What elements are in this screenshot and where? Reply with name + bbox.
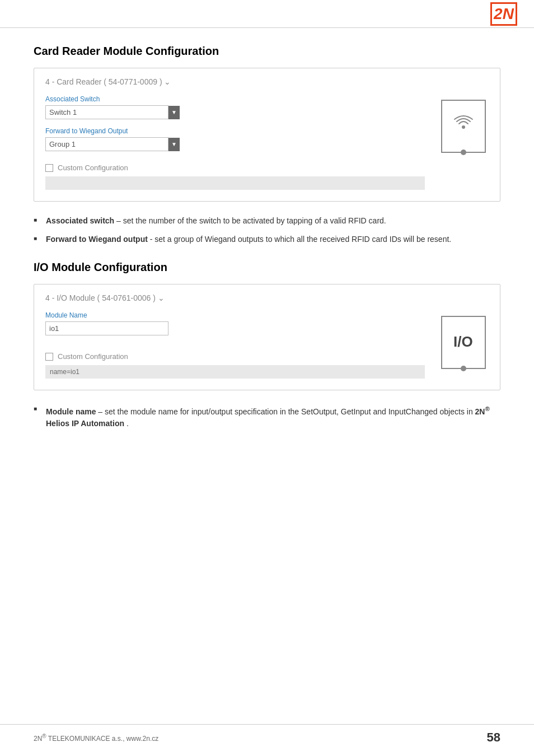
io-device-icon: I/O — [438, 311, 489, 373]
footer-registered: ® — [42, 733, 46, 739]
io-module-panel-header[interactable]: 4 - I/O Module ( 54-0761-0006 ) ⌄ — [45, 293, 489, 302]
wiegand-output-label: Forward to Wiegand Output — [45, 127, 425, 135]
bullet-module-name: Module name – set the module name for in… — [34, 404, 500, 430]
footer: 2N® TELEKOMUNIKACE a.s., www.2n.cz 58 — [0, 724, 534, 745]
logo: 2N — [490, 2, 517, 26]
bullet-module-name-end: . — [127, 419, 129, 428]
module-name-label: Module Name — [45, 311, 425, 319]
svg-point-0 — [462, 125, 465, 129]
card-reader-panel-body: Associated Switch Forward to Wiegand Out… — [45, 95, 489, 190]
io-module-config-text-row: name=io1 — [45, 365, 425, 379]
rfid-device-card — [441, 100, 486, 153]
io-module-section-title: I/O Module Configuration — [34, 261, 500, 274]
rfid-icon — [449, 111, 478, 141]
svg-text:I/O: I/O — [453, 333, 473, 350]
footer-left: 2N® TELEKOMUNIKACE a.s., www.2n.cz — [34, 733, 158, 743]
associated-switch-wrapper — [45, 105, 425, 119]
card-reader-fields: Associated Switch Forward to Wiegand Out… — [45, 95, 425, 190]
card-reader-custom-config-row: Custom Configuration — [45, 159, 425, 172]
registered-mark: ® — [485, 405, 490, 412]
bullet-wiegand-output-text: - set a group of Wiegand outputs to whic… — [150, 235, 451, 244]
bullet-wiegand-output-bold: Forward to Wiegand output — [46, 235, 148, 244]
wiegand-output-wrapper — [45, 137, 425, 151]
io-module-bullet-list: Module name – set the module name for in… — [34, 404, 500, 430]
bullet-module-name-text: – set the module name for input/output s… — [98, 407, 475, 416]
card-reader-bullet-list: Associated switch – set the number of th… — [34, 215, 500, 245]
bullet-associated-switch-text: – set the number of the switch to be act… — [116, 216, 386, 225]
io-icon: I/O — [449, 328, 478, 357]
module-name-input[interactable] — [45, 321, 168, 335]
card-reader-custom-config-checkbox[interactable] — [45, 164, 53, 172]
associated-switch-dropdown-arrow[interactable] — [168, 106, 180, 119]
io-module-custom-config-checkbox[interactable] — [45, 353, 53, 361]
io-module-panel-body: Module Name Custom Configuration name=io… — [45, 311, 489, 379]
card-reader-custom-config-label: Custom Configuration — [58, 164, 128, 172]
card-reader-config-text-row — [45, 176, 425, 190]
bullet-associated-switch: Associated switch – set the number of th… — [34, 215, 500, 227]
io-module-panel: 4 - I/O Module ( 54-0761-0006 ) ⌄ Module… — [34, 284, 500, 390]
rfid-device-icon — [438, 95, 489, 157]
header-bar: 2N — [0, 0, 534, 28]
main-content: Card Reader Module Configuration 4 - Car… — [0, 28, 534, 462]
io-module-custom-config-label: Custom Configuration — [58, 352, 128, 361]
bullet-module-name-bold: Module name — [46, 407, 96, 416]
wiegand-output-dropdown-arrow[interactable] — [168, 138, 180, 151]
associated-switch-label: Associated Switch — [45, 95, 425, 103]
footer-page-number: 58 — [487, 730, 500, 745]
io-module-panel-header-text: 4 - I/O Module ( 54-0761-0006 ) ⌄ — [45, 293, 165, 302]
io-module-fields: Module Name Custom Configuration name=io… — [45, 311, 425, 379]
card-reader-section-title: Card Reader Module Configuration — [34, 45, 500, 58]
card-reader-panel-header[interactable]: 4 - Card Reader ( 54-0771-0009 ) ⌄ — [45, 77, 489, 86]
bullet-associated-switch-bold: Associated switch — [46, 216, 114, 225]
associated-switch-input[interactable] — [45, 105, 168, 119]
bullet-wiegand-output: Forward to Wiegand output - set a group … — [34, 234, 500, 245]
card-reader-panel: 4 - Card Reader ( 54-0771-0009 ) ⌄ Assoc… — [34, 68, 500, 202]
io-module-custom-config-row: Custom Configuration — [45, 348, 425, 361]
io-device-card: I/O — [441, 316, 486, 369]
wiegand-output-input[interactable] — [45, 137, 168, 151]
card-reader-panel-header-text: 4 - Card Reader ( 54-0771-0009 ) ⌄ — [45, 77, 171, 86]
